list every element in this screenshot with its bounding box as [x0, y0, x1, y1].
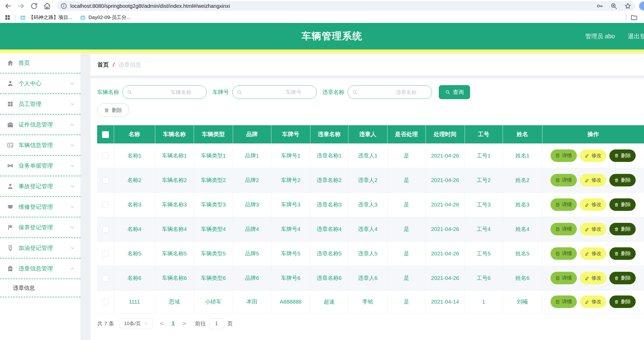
sidebar-item-label: 违章信息管理	[18, 265, 70, 273]
row-delete-button[interactable]: 删除	[609, 247, 636, 260]
page-size-select[interactable]: 10条/页	[119, 318, 153, 329]
sidebar-item-label: 维修登记管理	[18, 203, 70, 211]
logout-link[interactable]: 退出登录	[628, 32, 644, 40]
row-detail-button[interactable]: 详情	[551, 295, 577, 308]
select-all-checkbox[interactable]	[102, 131, 109, 138]
current-page-number[interactable]: 1	[171, 320, 174, 327]
row-detail-button[interactable]: 详情	[551, 174, 577, 186]
sidebar-item-8[interactable]: 维修登记管理	[0, 197, 80, 217]
query-button[interactable]: 查询	[439, 85, 470, 99]
sidebar-subitem-违章信息[interactable]: 违章信息	[0, 279, 80, 297]
sidebar-item-7[interactable]: 事故登记管理	[0, 176, 80, 197]
search-input-1[interactable]	[122, 85, 207, 99]
reload-icon[interactable]	[30, 2, 38, 10]
sidebar-item-6[interactable]: 业务单据管理	[0, 156, 80, 176]
chevron-down-icon	[70, 101, 75, 107]
row-checkbox[interactable]	[102, 275, 109, 281]
flag-icon	[7, 224, 14, 231]
content-card: 车辆名称车牌号违章名称查询 删除 名称车辆名称车辆类型品牌车牌号违章名称违章人是…	[90, 78, 644, 340]
sidebar-item-2[interactable]: 个人中心	[0, 73, 80, 94]
pencil-icon	[585, 203, 589, 207]
query-button-label: 查询	[453, 89, 464, 96]
sidebar-item-5[interactable]: 车辆信息管理	[0, 135, 80, 156]
row-edit-button[interactable]: 修改	[580, 247, 606, 260]
main-content: 首页 / 违章信息 车辆名称车牌号违章名称查询 删除 名称车辆名称车辆类型品牌车…	[81, 53, 644, 340]
table-cell: 违章名称2	[310, 168, 348, 192]
table-cell: 姓名3	[503, 192, 542, 217]
row-delete-button[interactable]: 删除	[609, 223, 636, 235]
action-label: 删除	[621, 298, 631, 305]
accent-strip	[0, 49, 644, 53]
bulk-delete-button[interactable]: 删除	[97, 103, 129, 117]
row-checkbox[interactable]	[102, 226, 109, 232]
row-edit-button[interactable]: 修改	[580, 149, 606, 162]
sidebar-item-11[interactable]: 违章信息管理	[0, 259, 80, 279]
table-cell: 车辆类型1	[194, 143, 233, 168]
table-cell: 车辆名称5	[155, 241, 194, 266]
row-detail-button[interactable]: 详情	[551, 149, 577, 162]
sidebar-item-label: 员工管理	[18, 100, 70, 108]
row-delete-button[interactable]: 删除	[609, 174, 636, 186]
url-bar[interactable]: localhost:8080/springbootg2g8t/admin/dis…	[57, 1, 635, 11]
search-input-3[interactable]	[348, 85, 432, 99]
bookmark-item[interactable]: Day02-09-员工分...	[80, 14, 131, 21]
row-delete-button[interactable]: 删除	[609, 149, 636, 162]
table-cell: 1	[465, 290, 503, 313]
bookmark-star-icon[interactable]	[624, 2, 632, 10]
apps-grid-icon[interactable]	[4, 14, 11, 21]
home-button-icon[interactable]	[43, 2, 51, 10]
url-text[interactable]: localhost:8080/springbootg2g8t/admin/dis…	[70, 3, 589, 9]
table-cell: 工号6	[465, 266, 503, 290]
browser-profile-avatar[interactable]	[639, 1, 644, 11]
table-cell: 违章人3	[348, 192, 387, 217]
sidebar-item-4[interactable]: 证件信息管理	[0, 115, 80, 135]
row-detail-button[interactable]: 详情	[551, 247, 577, 260]
row-delete-button[interactable]: 删除	[609, 198, 636, 211]
column-header-名称: 名称	[114, 125, 155, 143]
row-checkbox[interactable]	[102, 153, 109, 159]
sidebar-item-1[interactable]: 首页	[0, 53, 80, 73]
row-checkbox[interactable]	[102, 202, 109, 208]
row-edit-button[interactable]: 修改	[580, 295, 606, 308]
bookmarks-list: 【码神之路】项目...Day02-09-员工分...	[20, 14, 138, 21]
bookmark-label: Day02-09-员工分...	[89, 14, 131, 21]
search-input-2[interactable]	[232, 85, 317, 99]
table-cell: 名称5	[114, 241, 155, 266]
table-row: 名称5车辆名称5车辆类型5品牌5车牌号5违章名称5违章人5是2021-04-26…	[97, 241, 644, 266]
action-label: 删除	[621, 250, 631, 257]
page-unit-label: 页	[227, 320, 233, 327]
row-detail-button[interactable]: 详情	[551, 272, 577, 284]
row-detail-button[interactable]: 详情	[551, 223, 577, 235]
goto-page-input[interactable]	[209, 318, 224, 329]
message-card-icon	[7, 142, 14, 149]
row-checkbox[interactable]	[102, 299, 109, 305]
row-edit-button[interactable]: 修改	[580, 223, 606, 235]
column-header-姓名: 姓名	[503, 125, 542, 143]
row-edit-button[interactable]: 修改	[580, 272, 606, 284]
row-checkbox[interactable]	[102, 251, 109, 257]
table-row: 名称1车辆名称1车辆类型1品牌1车牌号1违章名称1违章人1是2021-04-26…	[97, 143, 644, 168]
back-icon[interactable]	[4, 2, 12, 10]
prev-page-icon[interactable]: <	[160, 320, 164, 327]
breadcrumb-home-link[interactable]: 首页	[97, 61, 109, 69]
row-checkbox[interactable]	[102, 177, 109, 184]
row-delete-button[interactable]: 删除	[609, 295, 636, 308]
table-cell: 违章名称1	[310, 143, 348, 168]
forward-icon[interactable]	[17, 2, 25, 10]
admin-user-label[interactable]: 管理员 abo	[585, 32, 615, 40]
row-edit-button[interactable]: 修改	[580, 174, 606, 186]
sidebar-item-3[interactable]: 员工管理	[0, 94, 80, 115]
sidebar-item-9[interactable]: 保养登记管理	[0, 217, 80, 238]
table-cell: 思域	[155, 290, 194, 313]
zoom-page-icon[interactable]	[610, 2, 617, 10]
row-delete-button[interactable]: 删除	[609, 272, 636, 284]
bookmark-item[interactable]: 【码神之路】项目...	[20, 14, 72, 21]
row-detail-button[interactable]: 详情	[551, 198, 577, 211]
password-key-icon[interactable]	[596, 2, 603, 10]
chevron-down-icon	[70, 204, 75, 210]
sidebar-item-10[interactable]: 加油登记管理	[0, 238, 80, 259]
next-page-icon[interactable]: >	[183, 320, 186, 327]
other-bookmarks-folder-icon[interactable]	[630, 14, 638, 21]
row-edit-button[interactable]: 修改	[580, 198, 606, 211]
page-info-icon[interactable]	[60, 3, 67, 9]
